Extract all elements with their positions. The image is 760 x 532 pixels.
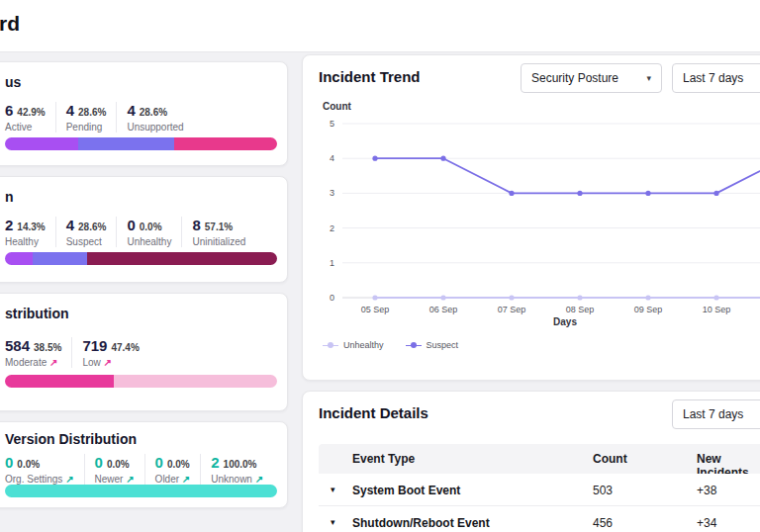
data-point-unhealthy (645, 295, 650, 300)
incident-trend-chart: Count Days UnhealthySuspect 01234505 Sep… (303, 55, 760, 381)
stat-group: 857.1%Uninitialized (192, 217, 255, 247)
x-tick-label: 10 Sep (695, 305, 738, 314)
stat-value: 0 (155, 454, 163, 471)
stat-percentage: 57.1% (205, 222, 233, 232)
bar-segment (114, 375, 277, 388)
risk-distribution-bar (5, 375, 277, 388)
stat-percentage: 0.0% (140, 222, 162, 232)
bar-segment (87, 252, 278, 265)
stat-label: Active (5, 122, 46, 133)
legend-dot (328, 342, 333, 348)
stat-header: 58438.5% (5, 337, 61, 354)
stat-group: 2100.0%Unknown ↗ (211, 454, 273, 485)
trend-arrow-icon: ↗ (101, 357, 112, 368)
x-axis-label: Days (511, 316, 619, 327)
stat-header: 214.3% (5, 217, 46, 233)
stat-percentage: 28.6% (78, 107, 106, 118)
stat-value: 0 (5, 454, 13, 471)
stat-value: 0 (127, 217, 135, 233)
incident-details-title: Incident Details (319, 404, 428, 421)
stat-header: 428.6% (66, 217, 107, 233)
data-point-unhealthy (372, 295, 377, 300)
version-distribution-bar (5, 485, 277, 497)
bar-segment (5, 375, 114, 388)
stat-value: 584 (5, 337, 30, 354)
stat-percentage: 42.9% (17, 107, 45, 118)
y-tick-label: 0 (305, 293, 334, 303)
event-type-cell: System Boot Event (352, 484, 460, 497)
stat-label: Newer ↗ (95, 474, 135, 485)
stat-value: 2 (211, 454, 219, 471)
stat-label: Pending (66, 122, 107, 133)
stat-group: 428.6%Suspect (66, 217, 118, 247)
y-tick-label: 2 (305, 223, 334, 233)
data-point-unhealthy (440, 295, 445, 300)
stat-percentage: 100.0% (224, 459, 257, 470)
table-header-row: Event TypeCountNew Incidents (319, 444, 760, 474)
stat-header: 00.0% (127, 217, 171, 233)
legend-item-suspect[interactable]: Suspect (406, 340, 459, 350)
stat-group: 642.9%Active (5, 102, 56, 133)
stat-value: 4 (66, 102, 74, 119)
chart-legend: UnhealthySuspect (323, 340, 458, 350)
data-point-unhealthy (713, 295, 718, 300)
data-point-unhealthy (509, 295, 514, 300)
stat-group: 00.0%Newer ↗ (95, 454, 145, 485)
card-status: us 642.9%Active428.6%Pending428.6%Unsupp… (0, 61, 288, 166)
stat-header: 00.0% (5, 454, 74, 471)
y-axis-label: Count (323, 101, 351, 112)
data-point-suspect (372, 156, 377, 161)
x-tick-label: 06 Sep (422, 305, 465, 314)
bar-segment (5, 252, 33, 265)
expand-caret-icon[interactable]: ▾ (331, 485, 335, 494)
stat-value: 719 (82, 337, 107, 354)
stat-header: 428.6% (66, 102, 107, 119)
stat-header: 00.0% (155, 454, 191, 471)
count-cell: 456 (593, 516, 613, 530)
stat-percentage: 0.0% (107, 459, 130, 470)
bar-segment (78, 137, 173, 150)
column-header-event-type: Event Type (352, 452, 415, 466)
stat-label: Org. Settings ↗ (5, 474, 74, 485)
stat-percentage: 38.5% (34, 342, 61, 353)
status-distribution-bar (5, 137, 277, 150)
count-cell: 503 (593, 484, 613, 497)
expand-caret-icon[interactable]: ▾ (331, 517, 335, 527)
stat-group: 428.6%Unsupported (127, 102, 193, 133)
stat-percentage: 0.0% (17, 459, 40, 470)
stat-value: 4 (66, 217, 74, 233)
stat-group: 214.3%Healthy (5, 217, 56, 247)
stat-label: Healthy (5, 236, 46, 247)
card-version-distribution: Version Distribution 00.0%Org. Settings … (0, 421, 288, 508)
card-health: n 214.3%Healthy428.6%Suspect00.0%Unhealt… (0, 176, 288, 283)
data-point-suspect (440, 156, 445, 161)
trend-chart-canvas (303, 55, 760, 381)
series-line-suspect (375, 158, 760, 193)
new-incidents-cell: +38 (697, 484, 716, 497)
stat-header: 71947.4% (82, 337, 139, 354)
y-tick-label: 1 (305, 258, 334, 268)
event-type-cell: Shutdown/Reboot Event (352, 516, 490, 530)
details-date-range-value: Last 7 days (683, 407, 743, 421)
stat-value: 2 (5, 217, 13, 233)
stat-label: Unhealthy (127, 236, 171, 247)
stat-value: 8 (192, 217, 200, 233)
card-title-risk: stribution (5, 306, 277, 321)
new-incidents-cell: +34 (697, 516, 716, 530)
stat-group: 00.0%Older ↗ (155, 454, 202, 485)
stat-label: Unsupported (127, 122, 183, 133)
data-point-suspect (577, 191, 582, 196)
stat-header: 857.1% (192, 217, 245, 233)
legend-dot (411, 342, 417, 348)
legend-item-unhealthy[interactable]: Unhealthy (323, 340, 384, 350)
x-tick-label: 05 Sep (353, 305, 397, 314)
legend-label: Suspect (427, 340, 459, 350)
details-date-range-dropdown[interactable]: Last 7 days ▾ (672, 399, 760, 429)
trend-arrow-icon: ↗ (47, 357, 57, 368)
y-tick-label: 3 (305, 188, 334, 198)
data-point-suspect (645, 191, 650, 196)
y-tick-label: 4 (305, 153, 334, 163)
health-stats-row: 214.3%Healthy428.6%Suspect00.0%Unhealthy… (5, 217, 277, 247)
status-stats-row: 642.9%Active428.6%Pending428.6%Unsupport… (5, 102, 277, 133)
card-incident-details: Incident Details Last 7 days ▾ Event Typ… (302, 391, 760, 532)
